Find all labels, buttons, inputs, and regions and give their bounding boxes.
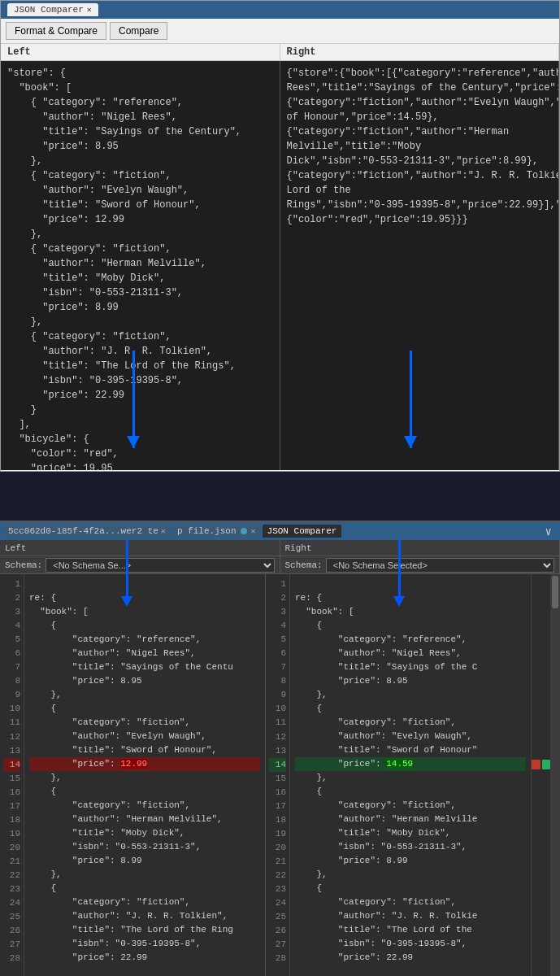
code-area: 1 2 3 4 5 6 7 8 9 10 11 12 13 14 15 16 1… xyxy=(0,574,560,976)
left-schema-select[interactable]: <No Schema Se...> xyxy=(46,558,274,573)
bottom-arrow-right xyxy=(398,540,401,597)
bottom-window: 5cc062d0-185f-4f2a...wer2 te ✕ p file.js… xyxy=(0,521,560,976)
code-line: { xyxy=(29,702,260,716)
code-line-added: "price": 14.59 xyxy=(295,757,526,771)
right-scrollbar[interactable] xyxy=(550,574,560,976)
ln: 27 xyxy=(3,938,20,952)
code-line xyxy=(29,577,260,591)
format-compare-button[interactable]: Format & Compare xyxy=(6,22,106,40)
ln: 19 xyxy=(269,827,286,841)
ln: 18 xyxy=(3,813,20,827)
bottom-arrow-left xyxy=(126,540,128,597)
tab2-close[interactable]: ✕ xyxy=(251,526,256,536)
ln: 2 xyxy=(269,591,286,605)
ln: 22 xyxy=(3,869,20,882)
top-tab-close[interactable]: ✕ xyxy=(87,5,92,15)
panels: "store": { "book": [ { "category": "refe… xyxy=(1,61,559,470)
ln: 16 xyxy=(269,786,286,800)
code-line: "author": "J. R. R. Tolkien", xyxy=(29,909,260,923)
ln: 24 xyxy=(3,896,20,910)
code-line: "category": "fiction", xyxy=(295,895,526,909)
code-line: "category": "reference", xyxy=(295,633,526,647)
code-line: "category": "fiction", xyxy=(29,799,260,813)
code-line: { xyxy=(295,785,526,799)
ln: 6 xyxy=(269,647,286,660)
tab3-label: JSON Comparer xyxy=(267,526,337,536)
left-content: "store": { "book": [ { "category": "refe… xyxy=(1,61,280,470)
left-label: Left xyxy=(1,44,280,60)
top-tab-label: JSON Comparer xyxy=(14,5,84,15)
code-line: re: { xyxy=(295,591,526,605)
code-line: "author": "Herman Melville", xyxy=(29,813,260,826)
ln: 9 xyxy=(269,688,286,702)
ln: 13 xyxy=(269,744,286,758)
tab1-label: 5cc062d0-185f-4f2a...wer2 te xyxy=(8,526,158,536)
bottom-panel-labels: Left Right xyxy=(0,540,560,556)
left-schema-cell: Schema: <No Schema Se...> xyxy=(0,556,280,573)
ln: 7 xyxy=(3,660,20,674)
ln: 27 xyxy=(269,938,286,952)
right-line-numbers: 1 2 3 4 5 6 7 8 9 10 11 12 13 14 15 16 1… xyxy=(266,574,290,976)
code-line: "price": 8.99 xyxy=(295,854,526,868)
ln: 3 xyxy=(3,605,20,619)
panel-labels: Left Right xyxy=(1,44,559,61)
code-line: "title": "Sword of Honour" xyxy=(295,743,526,757)
ln: 16 xyxy=(3,786,20,800)
right-code-panel[interactable]: re: { "book": [ { "category": "reference… xyxy=(290,574,531,976)
ln: 10 xyxy=(269,702,286,716)
ln: 17 xyxy=(269,800,286,813)
tab-comparer[interactable]: JSON Comparer xyxy=(263,525,342,538)
ln: 2 xyxy=(3,591,20,605)
removed-indicator xyxy=(532,760,540,769)
left-panel[interactable]: "store": { "book": [ { "category": "refe… xyxy=(1,61,280,470)
code-line: }, xyxy=(295,771,526,785)
left-code-panel[interactable]: re: { "book": [ { "category": "reference… xyxy=(24,574,265,976)
ln: 12 xyxy=(269,730,286,744)
code-line: { xyxy=(29,619,260,633)
ln: 9 xyxy=(3,688,20,702)
window-controls[interactable]: ∨ xyxy=(545,525,552,538)
ln: 4 xyxy=(3,619,20,633)
code-line: "category": "fiction", xyxy=(29,895,260,909)
ln: 28 xyxy=(269,952,286,965)
code-line: "title": "Moby Dick", xyxy=(295,826,526,840)
ln: 19 xyxy=(3,827,20,841)
inline-removed: 12.99 xyxy=(120,759,147,769)
tab-file2[interactable]: p file.json ✕ xyxy=(172,525,261,538)
right-schema-select[interactable]: <No Schema Selected> xyxy=(326,558,554,573)
scrollbar-thumb[interactable] xyxy=(552,576,558,608)
right-panel[interactable]: {"store":{"book":[{"category":"reference… xyxy=(280,61,560,470)
ln: 20 xyxy=(3,841,20,855)
code-line: "author": "Herman Melville xyxy=(295,813,526,826)
ln-added: 14 xyxy=(269,758,286,772)
arrow-right xyxy=(410,351,412,448)
compare-button[interactable]: Compare xyxy=(110,22,167,40)
right-content: {"store":{"book":[{"category":"reference… xyxy=(280,61,559,232)
ln: 5 xyxy=(3,633,20,647)
code-line: "author": "J. R. R. Tolkie xyxy=(295,909,526,923)
ln: 24 xyxy=(269,896,286,910)
ln: 13 xyxy=(3,744,20,758)
bottom-left-label: Left xyxy=(0,540,280,556)
tab2-label: p file.json xyxy=(177,526,237,536)
code-line: "title": "Sword of Honour", xyxy=(29,743,260,757)
code-line: "isbn": "0-553-21311-3", xyxy=(295,840,526,854)
code-line: "price": 8.95 xyxy=(295,674,526,688)
ln: 25 xyxy=(269,910,286,924)
ln: 21 xyxy=(3,855,20,869)
code-line: }, xyxy=(29,688,260,702)
ln: 25 xyxy=(3,910,20,924)
ln: 26 xyxy=(269,924,286,938)
top-tab[interactable]: JSON Comparer ✕ xyxy=(7,3,98,16)
code-line: "category": "reference", xyxy=(29,633,260,647)
code-line-removed: "price": 12.99 xyxy=(29,757,260,771)
diff-indicators xyxy=(531,574,550,976)
ln: 26 xyxy=(3,924,20,938)
tab1-close[interactable]: ✕ xyxy=(161,526,166,536)
code-line: "isbn": "0-553-21311-3", xyxy=(29,840,260,854)
code-line: "author": "Nigel Rees", xyxy=(29,647,260,660)
code-line: }, xyxy=(29,868,260,882)
code-line: }, xyxy=(29,771,260,785)
tab-file1[interactable]: 5cc062d0-185f-4f2a...wer2 te ✕ xyxy=(3,525,171,538)
code-line: "title": "Sayings of the C xyxy=(295,660,526,674)
